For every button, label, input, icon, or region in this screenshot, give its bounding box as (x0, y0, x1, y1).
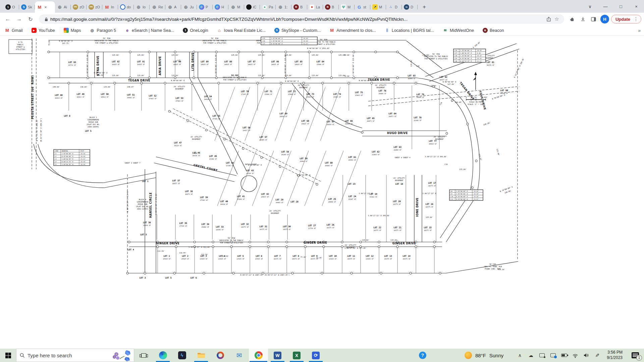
taskbar-lightning-app[interactable]: ϟ (172, 349, 192, 362)
tray-tray-expand[interactable]: ∧ (514, 349, 525, 362)
lot-label: LOT 8 (64, 115, 70, 117)
start-button[interactable] (0, 349, 16, 362)
tray-battery[interactable] (558, 349, 570, 362)
bookmark-5[interactable]: eeSearch | Name Sea... (125, 28, 174, 33)
share-icon[interactable] (545, 15, 553, 23)
svg-text:18810 SF: 18810 SF (345, 123, 353, 125)
taskbar-office[interactable] (211, 349, 230, 362)
tray-cast[interactable] (536, 349, 547, 362)
side-panel-icon[interactable] (589, 14, 598, 24)
svg-text:L9: L9 (450, 193, 452, 195)
address-bar[interactable]: https://mail.google.com/mail/u/0/?zx=xg2… (39, 14, 564, 24)
weather-widget[interactable]: 88°F Sunny (460, 352, 508, 359)
taskbar-mail[interactable]: ✉ (230, 349, 249, 362)
bookmark-12[interactable]: BBeacon (483, 28, 504, 33)
tab-15[interactable]: ⊕M (228, 1, 244, 13)
help-button[interactable]: ? (415, 349, 430, 362)
taskbar-search[interactable]: Type here to search (16, 349, 134, 362)
svg-text:LINE: LINE (55, 150, 58, 152)
bookmark-4[interactable]: ⊕Paragon 5 (90, 28, 116, 33)
bookmark-8[interactable]: SSkySlope - Custom... (274, 28, 321, 33)
maximize-button[interactable]: □ (613, 0, 629, 13)
bookmark-1[interactable]: MGmail (5, 28, 23, 33)
download-icon[interactable] (578, 14, 588, 24)
tab-16[interactable]: iC (244, 1, 260, 13)
svg-text:S 00°00'00" E 135.00': S 00°00'00" E 135.00' (352, 54, 354, 76)
lot-label: LOT 58 (281, 150, 289, 153)
tray-wifi[interactable] (570, 349, 581, 362)
taskbar-recorder[interactable]: ⟳ (306, 349, 325, 362)
tab-17[interactable]: ▲Pa (260, 1, 276, 13)
tab-20[interactable]: ■La (307, 1, 323, 13)
forward-button[interactable]: → (14, 14, 24, 24)
bookmarks-overflow-button[interactable]: » (638, 28, 641, 33)
svg-text:GINGERBREAD: GINGERBREAD (88, 119, 99, 121)
svg-text:N 45°00'00" W: N 45°00'00" W (456, 198, 468, 200)
profile-avatar[interactable]: H (600, 15, 609, 23)
tab-23[interactable]: Gst (355, 1, 370, 13)
svg-text:L2: L2 (55, 156, 57, 157)
update-button[interactable]: Update ⋮ (611, 15, 641, 23)
tray-pen[interactable]: ✎ (592, 349, 603, 362)
taskbar-excel[interactable]: X (287, 349, 306, 362)
tab-search-button[interactable]: ∨ (582, 0, 598, 13)
close-button[interactable]: × (629, 0, 644, 13)
svg-text:DIST: DIST (80, 150, 84, 152)
tab-26[interactable]: StD (402, 1, 418, 13)
clock-date: 9/1/2023 (607, 355, 623, 361)
svg-text:15863 SF: 15863 SF (355, 95, 363, 96)
bookmark-9[interactable]: MAmendment to clos... (329, 28, 376, 33)
tab-24[interactable]: ↗M (370, 1, 386, 13)
tab-22[interactable]: ΨM (339, 1, 355, 13)
tab-12[interactable]: ⊕Ju (181, 1, 197, 13)
lot-label: LOT 33 (216, 226, 224, 228)
back-button[interactable]: ← (3, 14, 13, 24)
reload-button[interactable]: ↻ (25, 14, 36, 24)
tab-9[interactable]: ⊕Io (134, 1, 150, 13)
bookmark-7[interactable]: ⌂Iowa Real Estate Lic... (217, 28, 266, 33)
tab-8[interactable]: do (118, 1, 134, 13)
bookmark-2[interactable]: ▶YouTube (32, 28, 55, 33)
tab-4[interactable]: ⊕Ai (55, 1, 71, 13)
browser-menu-icon[interactable]: ⋮ (632, 16, 640, 22)
lot-label: LOT 5 (165, 277, 172, 279)
bookmark-11[interactable]: ≋MidWestOne (443, 28, 474, 33)
tab-close-icon[interactable]: × (44, 5, 47, 10)
taskbar-word[interactable]: W (268, 349, 287, 362)
tab-13[interactable]: CP (197, 1, 213, 13)
tab-3[interactable]: M× (35, 1, 55, 13)
tab-5[interactable]: ONEzO (71, 1, 87, 13)
tab-6[interactable]: ONEzO (87, 1, 102, 13)
bookmark-6[interactable]: 1OneLogin (183, 28, 208, 33)
tab-1[interactable]: 1O (3, 1, 19, 13)
tab-11[interactable]: ⊕A (165, 1, 181, 13)
tray-onedrive[interactable]: ☁ (525, 349, 536, 362)
tab-18[interactable]: ⊕1: (276, 1, 291, 13)
tab-7[interactable]: MIn (102, 1, 118, 13)
taskbar-edge[interactable] (153, 349, 172, 362)
new-tab-button[interactable]: + (420, 2, 429, 12)
tray-display-share[interactable] (547, 349, 558, 362)
tab-19[interactable]: BB (291, 1, 307, 13)
house-icon: ⌂ (217, 28, 222, 33)
taskbar-file-explorer[interactable] (192, 349, 211, 362)
notification-center[interactable]: 1 (627, 349, 644, 362)
minimize-button[interactable]: — (598, 0, 613, 13)
tab-14[interactable]: CH (213, 1, 228, 13)
svg-text:50': 50' (474, 96, 477, 98)
bookmark-10[interactable]: ⣿Locations | BGRS tal... (385, 28, 434, 33)
taskbar-task-view[interactable] (134, 349, 153, 362)
taskbar-clock[interactable]: 3:56 PM 9/1/2023 (603, 350, 627, 360)
extensions-puzzle-icon[interactable] (568, 14, 577, 24)
tab-21[interactable]: BB (323, 1, 339, 13)
svg-text:21860 SF: 21860 SF (372, 154, 379, 156)
bookmark-3[interactable]: Maps (64, 28, 81, 33)
bookmark-star-icon[interactable]: ☆ (553, 15, 561, 23)
lot-label: LOT 62 (372, 150, 380, 153)
tab-25[interactable]: ∴D (386, 1, 402, 13)
tab-10[interactable]: ⊕Re (150, 1, 165, 13)
taskbar-chrome[interactable] (249, 349, 268, 362)
tab-2[interactable]: SSk (19, 1, 35, 13)
tray-volume[interactable] (581, 349, 592, 362)
svg-text:20819 SF: 20819 SF (429, 143, 436, 145)
